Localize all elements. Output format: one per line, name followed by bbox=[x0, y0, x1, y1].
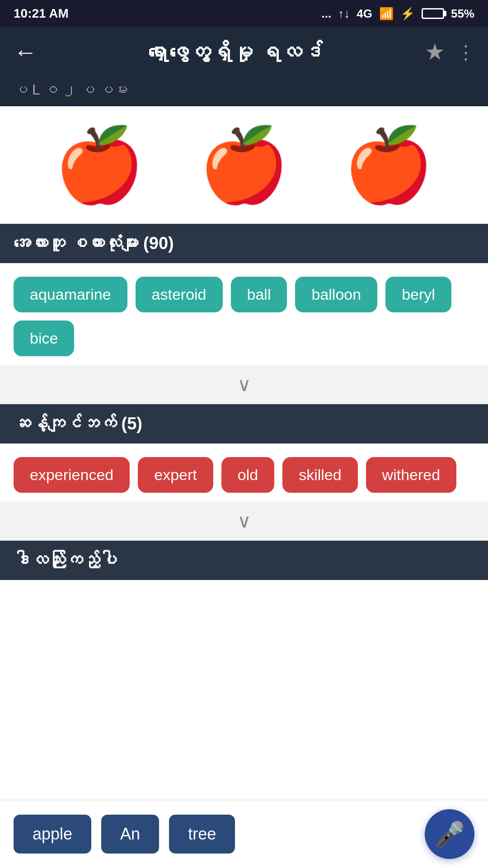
apple-area: 🍎 🍎 🍎 bbox=[0, 106, 488, 224]
microphone-icon: 🎤 bbox=[435, 820, 465, 849]
battery-pct: 55% bbox=[451, 7, 474, 21]
expand-related-words[interactable]: ∨ bbox=[0, 365, 488, 404]
page-title: ရှာဖွေတွေ့ရှိမှု ရလဒ် bbox=[46, 40, 425, 64]
synonyms-tags: experienced expert old skilled withered bbox=[0, 443, 488, 502]
third-section-header: ဒါလည်းကြည့်ပါ bbox=[0, 541, 488, 580]
tag-experienced[interactable]: experienced bbox=[14, 457, 130, 493]
chevron-down-icon: ∨ bbox=[237, 375, 251, 394]
status-bar: 10:21 AM ... ↑↓ 4G 📶 ⚡ 55% bbox=[0, 0, 488, 27]
bottom-tag-apple[interactable]: apple bbox=[14, 815, 91, 854]
tag-bice[interactable]: bice bbox=[14, 321, 74, 356]
tag-withered[interactable]: withered bbox=[366, 457, 457, 493]
tag-expert[interactable]: expert bbox=[138, 457, 213, 493]
back-button[interactable]: ← bbox=[14, 38, 37, 66]
synonyms-header: ဆန့်ကျင်ဘက် (5) bbox=[0, 404, 488, 443]
status-left: 10:21 AM bbox=[14, 6, 69, 21]
battery bbox=[422, 8, 444, 19]
apple-icon-2: 🍎 bbox=[199, 129, 289, 201]
network-type: 4G bbox=[357, 7, 372, 21]
lightning-icon: ⚡ bbox=[400, 7, 415, 21]
bottom-tag-tree[interactable]: tree bbox=[169, 815, 235, 854]
star-button[interactable]: ★ bbox=[425, 39, 445, 65]
sub-header-text: ပ L ဝ ၂ ပ ပမး bbox=[14, 81, 128, 98]
menu-button[interactable]: ⋮ bbox=[456, 41, 474, 63]
toolbar: ← ရှာဖွေတွေ့ရှိမှု ရလဒ် ★ ⋮ bbox=[0, 27, 488, 77]
mic-button[interactable]: 🎤 bbox=[425, 809, 474, 859]
tag-old[interactable]: old bbox=[221, 457, 274, 493]
chevron-down-icon-2: ∨ bbox=[237, 512, 251, 531]
tag-skilled[interactable]: skilled bbox=[282, 457, 357, 493]
related-words-title: အလေားတူ စကားလုံးများ (90) bbox=[14, 234, 174, 253]
tag-asteroid[interactable]: asteroid bbox=[136, 277, 223, 312]
tag-beryl[interactable]: beryl bbox=[385, 277, 451, 312]
tag-balloon[interactable]: balloon bbox=[295, 277, 377, 312]
related-words-tags: aquamarine asteroid ball balloon beryl b… bbox=[0, 263, 488, 365]
time: 10:21 AM bbox=[14, 6, 69, 21]
tag-aquamarine[interactable]: aquamarine bbox=[14, 277, 127, 312]
signal-dots: ... bbox=[322, 7, 332, 21]
bottom-tag-an[interactable]: An bbox=[101, 815, 159, 854]
status-right: ... ↑↓ 4G 📶 ⚡ 55% bbox=[322, 7, 474, 21]
bottom-bar: apple An tree 🎤 bbox=[0, 800, 488, 868]
tag-ball[interactable]: ball bbox=[231, 277, 287, 312]
third-section-title: ဒါလည်းကြည့်ပါ bbox=[14, 551, 117, 570]
synonyms-title: ဆန့်ကျင်ဘက် (5) bbox=[14, 414, 142, 433]
sub-header: ပ L ဝ ၂ ပ ပမး bbox=[0, 77, 488, 106]
apple-icon-1: 🍎 bbox=[54, 129, 145, 201]
related-words-header: အလေားတူ စကားလုံးများ (90) bbox=[0, 224, 488, 263]
signal-bars: 📶 bbox=[379, 7, 394, 21]
expand-synonyms[interactable]: ∨ bbox=[0, 502, 488, 541]
apple-icon-3: 🍎 bbox=[343, 129, 434, 201]
signal-arrows: ↑↓ bbox=[338, 7, 350, 21]
